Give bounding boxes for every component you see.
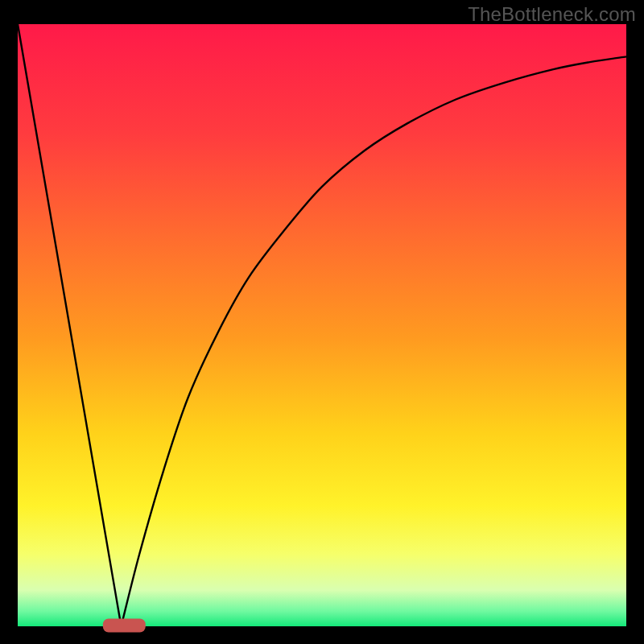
optimal-marker <box>103 618 146 632</box>
bottleneck-chart: TheBottleneck.com <box>0 0 644 644</box>
plot-background <box>18 24 626 626</box>
watermark-text: TheBottleneck.com <box>468 3 636 26</box>
chart-svg <box>0 0 644 644</box>
